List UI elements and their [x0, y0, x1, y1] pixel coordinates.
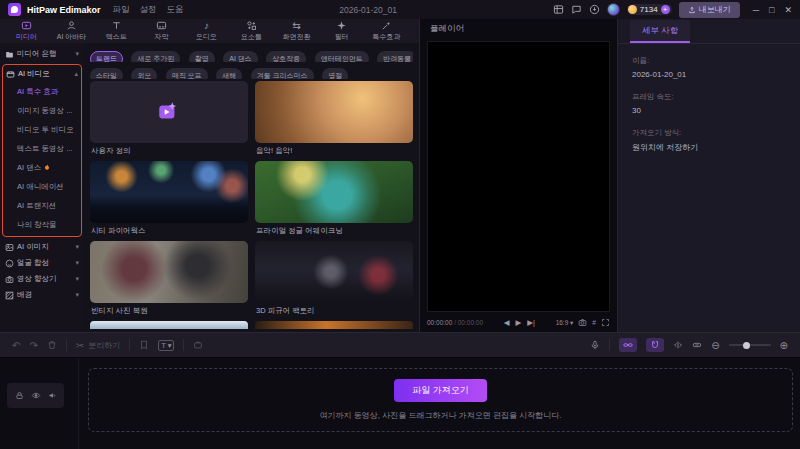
template-card-3d-figure[interactable]: 3D 피규어 팩토리 — [255, 241, 413, 321]
minimize-button[interactable]: ─ — [753, 5, 759, 15]
tab-details[interactable]: 세부 사항 — [630, 20, 690, 43]
download-icon[interactable] — [589, 4, 600, 15]
player-panel: 플레이어 00:00:00 / 00:00:00 ◀ ▶ ▶| 16:9 ▾ # — [420, 19, 618, 332]
sidebar-ai-video[interactable]: AI 비디오 ▴ — [3, 66, 81, 82]
maximize-button[interactable]: □ — [769, 5, 774, 15]
microphone-icon — [590, 340, 600, 350]
layout-panels-icon[interactable] — [553, 4, 564, 15]
chip-magic-morph[interactable]: 매직 모프 — [166, 68, 208, 79]
menu-help[interactable]: 도움 — [167, 4, 184, 16]
template-card-music[interactable]: 음악! 음악! — [255, 81, 413, 161]
coin-balance[interactable]: 7134 + — [627, 4, 672, 15]
chip-filming[interactable]: 촬영 — [189, 51, 215, 62]
template-thumbnail[interactable] — [90, 321, 248, 329]
track-visibility-icon[interactable] — [31, 391, 41, 400]
chip-appearance[interactable]: 외모 — [131, 68, 157, 79]
sidebar-background[interactable]: 배경 ▾ — [2, 287, 82, 303]
undo-button[interactable]: ↶ — [12, 340, 20, 351]
sidebar-my-creations[interactable]: 나의 창작물 — [3, 215, 81, 234]
crop-button[interactable] — [193, 340, 203, 350]
sidebar-ai-transition[interactable]: AI 트랜지션 — [3, 196, 81, 215]
details-panel: 세부 사항 이름: 2026-01-20_01 프레임 속도: 30 가져오기 … — [618, 19, 800, 332]
template-card-city-fireworks[interactable]: 시티 파이어웍스 — [90, 161, 248, 241]
snap-magnet-toggle[interactable] — [646, 338, 664, 352]
link-clips-toggle[interactable] — [619, 338, 637, 352]
sidebar-video-enhancer[interactable]: 영상 향상기 ▾ — [2, 271, 82, 287]
template-card-vintage-restore[interactable]: 빈티지 사진 복원 — [90, 241, 248, 321]
import-file-button[interactable]: 파일 가져오기 — [394, 379, 487, 402]
menu-file[interactable]: 파일 — [113, 4, 130, 16]
chip-new-year[interactable]: 새해 — [216, 68, 242, 79]
track-mute-icon[interactable] — [48, 391, 57, 400]
snapshot-camera-icon[interactable] — [578, 318, 587, 327]
sidebar-media-bank[interactable]: 미디어 은행 ▾ — [2, 46, 82, 62]
chip-ai-dance[interactable]: AI 댄스 — [223, 51, 258, 62]
tab-media[interactable]: 미디어 — [4, 20, 49, 42]
track-lock-icon[interactable] — [15, 391, 24, 400]
previous-frame-button[interactable]: ◀ — [504, 318, 510, 327]
marker-button[interactable] — [139, 340, 149, 350]
fullscreen-icon[interactable] — [601, 318, 610, 327]
slider-knob[interactable] — [743, 342, 750, 349]
record-voiceover-button[interactable] — [590, 340, 600, 350]
tab-audio[interactable]: ♪ 오디오 — [184, 20, 229, 42]
grid-icon[interactable]: # — [592, 319, 596, 326]
coin-count: 7134 — [640, 5, 658, 14]
sidebar-face-swap[interactable]: 얼굴 합성 ▾ — [2, 255, 82, 271]
chip-interaction[interactable]: 상호작용 — [266, 51, 306, 62]
chip-holiday[interactable]: 명절 — [322, 68, 348, 79]
template-thumbnail[interactable] — [255, 321, 413, 329]
chip-trend[interactable]: 트렌드 — [90, 51, 123, 62]
text-icon — [111, 20, 122, 31]
ripple-edit-button[interactable] — [673, 340, 683, 350]
chip-pets[interactable]: 반려동물 — [377, 51, 413, 62]
sidebar-ai-image[interactable]: AI 이미지 ▾ — [2, 239, 82, 255]
field-framerate-value: 30 — [632, 106, 786, 115]
delete-button[interactable] — [47, 340, 57, 350]
zoom-in-button[interactable]: ⊕ — [780, 340, 788, 351]
project-title: 2026-01-20_01 — [190, 5, 547, 15]
sidebar-video-to-video[interactable]: 비디오 투 비디오 — [3, 120, 81, 139]
field-name-value: 2026-01-20_01 — [632, 70, 786, 79]
template-card-row-partial — [90, 321, 413, 329]
chip-entertainment[interactable]: 엔터테인먼트 — [315, 51, 369, 62]
sidebar-ai-animation[interactable]: AI 애니메이션 — [3, 177, 81, 196]
divider — [609, 339, 610, 351]
next-frame-button[interactable]: ▶| — [527, 318, 535, 327]
tab-transitions[interactable]: ⇆ 화면전환 — [274, 20, 319, 42]
tab-subtitles[interactable]: 자막 — [139, 20, 184, 42]
chip-winter-christmas[interactable]: 겨울 크리스마스 — [251, 68, 314, 79]
timeline-area: 파일 가져오기 여기까지 동영상, 사진을 드래그하거나 가져오면 편집을 시작… — [0, 358, 800, 449]
redo-button[interactable]: ↷ — [29, 340, 37, 351]
menu-settings[interactable]: 설정 — [140, 4, 157, 16]
range-select-button[interactable] — [692, 340, 702, 350]
text-tool-button[interactable]: T ▾ — [158, 340, 174, 351]
tab-ai-avatar[interactable]: AI 아바타 — [49, 20, 94, 42]
split-button[interactable]: ✂분리하기 — [76, 340, 120, 351]
zoom-out-button[interactable]: ⊖ — [711, 340, 719, 351]
sidebar-ai-special-effects[interactable]: AI 특수 효과 — [3, 82, 81, 101]
audio-icon: ♪ — [204, 20, 209, 31]
timeline-zoom-slider[interactable] — [729, 344, 771, 346]
tab-filters[interactable]: 필터 — [319, 20, 364, 42]
feedback-chat-icon[interactable] — [571, 4, 582, 15]
chip-newly-added[interactable]: 새로 추가된 — [131, 51, 180, 62]
template-card-jungle-awakening[interactable]: 프라이멀 정글 어웨이크닝 — [255, 161, 413, 241]
chip-style[interactable]: 스타일 — [90, 68, 123, 79]
template-card-custom[interactable]: 사용자 정의 — [90, 81, 248, 161]
video-preview[interactable] — [427, 41, 610, 312]
play-button[interactable]: ▶ — [515, 318, 521, 327]
user-avatar[interactable] — [607, 3, 620, 16]
sidebar-text-to-video[interactable]: 텍스트 동영상 ... — [3, 139, 81, 158]
tab-text[interactable]: 텍스트 — [94, 20, 139, 42]
tab-effects[interactable]: 특수효과 — [364, 20, 409, 42]
tab-elements[interactable]: 요소들 — [229, 20, 274, 42]
aspect-ratio-select[interactable]: 16:9 ▾ — [556, 319, 574, 327]
sidebar-ai-dance[interactable]: AI 댄스 — [3, 158, 81, 177]
export-button[interactable]: 내보내기 — [679, 2, 740, 18]
sidebar-image-to-video[interactable]: 이미지 동영상 ... — [3, 101, 81, 120]
media-drop-zone[interactable]: 파일 가져오기 여기까지 동영상, 사진을 드래그하거나 가져오면 편집을 시작… — [88, 368, 793, 432]
template-title: 시티 파이어웍스 — [91, 226, 248, 236]
close-button[interactable]: ✕ — [784, 5, 792, 15]
add-coins-button[interactable]: + — [661, 5, 670, 14]
